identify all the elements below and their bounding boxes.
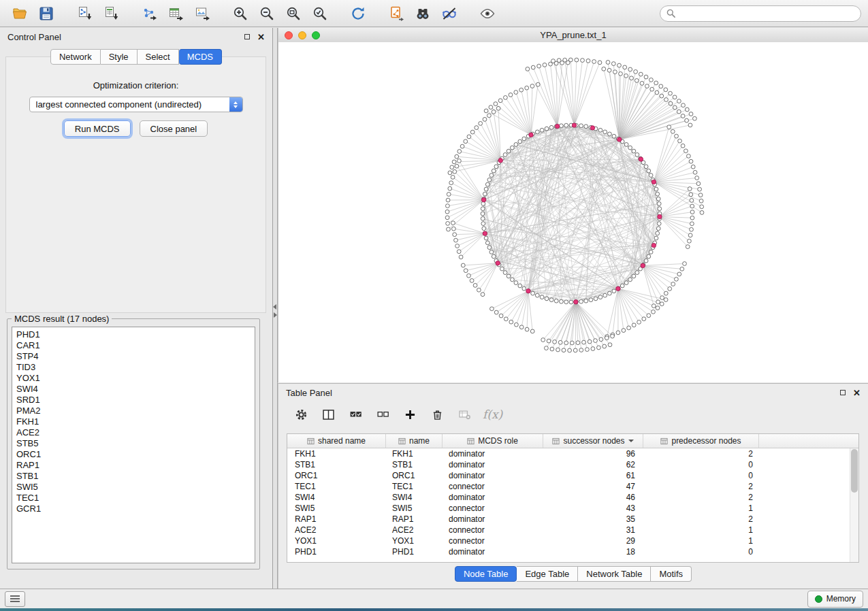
mcds-result-item[interactable]: YOX1 bbox=[16, 373, 255, 384]
deselect-all-icon bbox=[376, 408, 390, 422]
column-header-predecessor-nodes[interactable]: predecessor nodes bbox=[643, 434, 759, 448]
export-table-icon bbox=[167, 5, 184, 22]
mcds-result-item[interactable]: PHD1 bbox=[16, 329, 255, 340]
select-all-button[interactable] bbox=[347, 406, 364, 423]
show-graphics-details-button[interactable] bbox=[475, 3, 500, 24]
column-label: MCDS role bbox=[478, 436, 518, 446]
mcds-result-item[interactable]: FKH1 bbox=[16, 416, 255, 427]
zoom-fit-icon bbox=[285, 5, 302, 22]
save-session-button[interactable] bbox=[33, 3, 59, 24]
table-row[interactable]: ORC1ORC1dominator610 bbox=[287, 470, 858, 481]
table-panel-float-button[interactable] bbox=[840, 390, 846, 395]
network-title: YPA_prune.txt_1 bbox=[278, 30, 868, 40]
table-panel-close-button[interactable]: ✕ bbox=[853, 389, 861, 397]
mcds-result-item[interactable]: CAR1 bbox=[16, 340, 255, 351]
export-network-button[interactable] bbox=[136, 3, 161, 24]
mcds-result-item[interactable]: PMA2 bbox=[16, 406, 255, 416]
column-label: name bbox=[409, 436, 430, 446]
mcds-result-item[interactable]: STP4 bbox=[16, 351, 255, 362]
table-options-button[interactable] bbox=[292, 406, 310, 423]
column-menu-icon bbox=[307, 437, 315, 445]
column-header-name[interactable]: name bbox=[386, 434, 443, 448]
table-row[interactable]: SWI5SWI5connector431 bbox=[287, 503, 858, 514]
mcds-result-group: MCDS result (17 nodes) PHD1CAR1STP4TID3Y… bbox=[7, 314, 260, 569]
panel-toggle-button[interactable] bbox=[5, 591, 25, 607]
find-button[interactable] bbox=[410, 3, 435, 24]
import-table-button[interactable] bbox=[98, 3, 123, 24]
table-row[interactable]: ACE2ACE2connector311 bbox=[287, 525, 858, 535]
search-input[interactable] bbox=[679, 7, 854, 19]
network-view-window: YPA_prune.txt_1 bbox=[278, 28, 868, 382]
mcds-result-item[interactable]: TID3 bbox=[16, 362, 255, 373]
table-row[interactable]: SWI4SWI4dominator462 bbox=[287, 492, 858, 503]
column-menu-icon bbox=[660, 437, 668, 445]
open-session-button[interactable] bbox=[7, 3, 32, 24]
table-cell: RAP1 bbox=[386, 514, 443, 524]
toggle-graphics-details-button[interactable] bbox=[436, 3, 462, 24]
zoom-out-button[interactable] bbox=[254, 3, 279, 24]
tab-network[interactable]: Network bbox=[50, 49, 101, 65]
add-column-icon bbox=[403, 408, 417, 422]
scrollbar-thumb[interactable] bbox=[851, 449, 858, 493]
table-row[interactable]: RAP1RAP1dominator352 bbox=[287, 514, 858, 525]
function-builder-button[interactable]: f(x) bbox=[483, 408, 502, 421]
deselect-all-button[interactable] bbox=[374, 406, 391, 423]
clear-table-button[interactable] bbox=[455, 406, 473, 423]
mcds-result-item[interactable]: SWI5 bbox=[16, 482, 255, 493]
close-panel-button[interactable]: Close panel bbox=[140, 120, 208, 137]
table-cell: 31 bbox=[543, 525, 643, 535]
show-columns-button[interactable] bbox=[319, 406, 337, 423]
mcds-result-list[interactable]: PHD1CAR1STP4TID3YOX1SWI4SRD1PMA2FKH1ACE2… bbox=[12, 327, 255, 563]
export-image-button[interactable] bbox=[189, 3, 214, 24]
mcds-result-item[interactable]: GCR1 bbox=[16, 503, 255, 514]
table-cell: dominator bbox=[443, 547, 543, 557]
tab-network-table[interactable]: Network Table bbox=[578, 566, 651, 582]
table-row[interactable]: PHD1PHD1dominator180 bbox=[287, 546, 858, 557]
window-zoom-button[interactable] bbox=[312, 31, 320, 39]
tab-edge-table[interactable]: Edge Table bbox=[517, 566, 578, 582]
tab-select[interactable]: Select bbox=[138, 49, 179, 65]
float-icon bbox=[840, 390, 846, 395]
table-cell: PHD1 bbox=[287, 547, 386, 557]
memory-button[interactable]: Memory bbox=[807, 591, 863, 608]
mcds-result-item[interactable]: STB5 bbox=[16, 438, 255, 449]
column-header-shared-name[interactable]: shared name bbox=[287, 434, 386, 448]
run-mcds-button[interactable]: Run MCDS bbox=[64, 120, 131, 137]
column-header-successor-nodes[interactable]: successor nodes bbox=[543, 434, 643, 448]
clone-network-button[interactable] bbox=[383, 3, 408, 24]
mcds-result-item[interactable]: ACE2 bbox=[16, 427, 255, 438]
control-panel-float-button[interactable] bbox=[244, 34, 250, 39]
table-row[interactable]: TEC1TEC1connector472 bbox=[287, 481, 858, 492]
mcds-result-item[interactable]: STB1 bbox=[16, 471, 255, 482]
tab-motifs[interactable]: Motifs bbox=[651, 566, 692, 582]
refresh-button[interactable] bbox=[345, 3, 370, 24]
export-table-button[interactable] bbox=[163, 3, 188, 24]
mcds-result-item[interactable]: TEC1 bbox=[16, 493, 255, 503]
tab-mcds[interactable]: MCDS bbox=[179, 49, 222, 65]
table-row[interactable]: STB1STB1dominator620 bbox=[287, 459, 858, 470]
control-panel-title: Control Panel bbox=[7, 32, 61, 42]
control-panel-close-button[interactable]: ✕ bbox=[257, 33, 265, 42]
mcds-result-item[interactable]: RAP1 bbox=[16, 460, 255, 471]
zoom-selected-button[interactable] bbox=[307, 3, 332, 24]
table-cell: dominator bbox=[443, 460, 543, 469]
table-row[interactable]: FKH1FKH1dominator962 bbox=[287, 448, 858, 459]
table-scrollbar[interactable] bbox=[850, 448, 858, 562]
column-header-mcds-role[interactable]: MCDS role bbox=[443, 434, 543, 448]
window-close-button[interactable] bbox=[285, 31, 293, 39]
tab-style[interactable]: Style bbox=[101, 49, 138, 65]
mcds-result-item[interactable]: SWI4 bbox=[16, 384, 255, 395]
network-canvas[interactable] bbox=[278, 42, 868, 382]
mcds-result-item[interactable]: SRD1 bbox=[16, 395, 255, 406]
zoom-in-button[interactable] bbox=[227, 3, 253, 24]
tab-node-table[interactable]: Node Table bbox=[455, 566, 517, 582]
delete-columns-button[interactable] bbox=[428, 406, 446, 423]
criterion-select[interactable]: largest connected component (undirected) bbox=[29, 97, 243, 112]
mcds-result-item[interactable]: ORC1 bbox=[16, 449, 255, 460]
window-minimize-button[interactable] bbox=[298, 31, 306, 39]
import-network-button[interactable] bbox=[71, 3, 97, 24]
panel-splitter[interactable] bbox=[273, 28, 278, 589]
zoom-fit-button[interactable] bbox=[280, 3, 306, 24]
add-column-button[interactable] bbox=[401, 406, 419, 423]
table-row[interactable]: YOX1YOX1connector291 bbox=[287, 535, 858, 546]
